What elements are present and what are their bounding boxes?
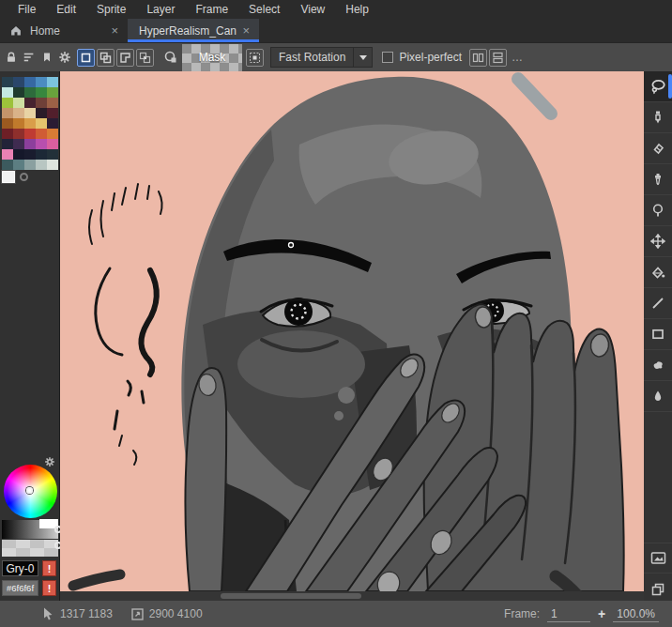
palette-swatch[interactable]	[36, 129, 47, 139]
palette-swatch[interactable]	[47, 77, 58, 87]
menu-file[interactable]: File	[8, 0, 46, 19]
palette-swatch[interactable]	[24, 149, 36, 160]
rotation-algorithm-arrow-button[interactable]	[354, 47, 373, 68]
palette-swatch[interactable]	[47, 139, 58, 149]
hex-warning-button[interactable]: !	[42, 580, 56, 596]
palette-lock-button[interactable]	[3, 48, 19, 67]
palette-swatch[interactable]	[13, 149, 24, 160]
color-wheel-options-button[interactable]	[44, 456, 55, 467]
palette-swatch[interactable]	[24, 108, 36, 118]
foreground-hex-box[interactable]: #6f6f6f	[2, 580, 38, 596]
palette-warning-button[interactable]: !	[42, 560, 56, 576]
pencil-tool-button[interactable]	[644, 102, 672, 133]
horizontal-scrollbar-thumb[interactable]	[221, 593, 361, 599]
palette-selected-swatch[interactable]	[2, 171, 15, 183]
palette-swatch[interactable]	[36, 108, 47, 118]
pixel-perfect-checkbox[interactable]	[382, 52, 393, 63]
palette-options-button[interactable]	[56, 48, 72, 67]
selection-mode-intersect-button[interactable]	[136, 49, 154, 67]
rectangle-tool-button[interactable]	[644, 319, 672, 350]
palette-swatch[interactable]	[13, 108, 24, 118]
palette-swatch[interactable]	[36, 77, 47, 87]
sprite-canvas[interactable]	[60, 71, 644, 591]
horizontal-scrollbar[interactable]	[60, 591, 644, 601]
tiles-mode-button[interactable]	[246, 49, 264, 67]
close-icon[interactable]: ×	[242, 23, 250, 38]
palette-swatch[interactable]	[47, 118, 58, 129]
palette-swatch[interactable]	[13, 160, 24, 170]
add-frame-button[interactable]: +	[598, 606, 605, 621]
tab-home[interactable]: Home ×	[0, 19, 128, 42]
menu-help[interactable]: Help	[335, 0, 379, 19]
close-icon[interactable]: ×	[111, 23, 118, 38]
menu-view[interactable]: View	[290, 0, 335, 19]
color-wheel-selector[interactable]	[26, 487, 33, 494]
selection-mode-replace-button[interactable]	[77, 49, 95, 67]
menu-sprite[interactable]: Sprite	[86, 0, 136, 19]
palette-swatch[interactable]	[36, 160, 47, 170]
palette-swatch[interactable]	[2, 160, 13, 170]
eraser-tool-button[interactable]	[644, 133, 672, 164]
palette-swatch[interactable]	[47, 129, 58, 139]
contour-tool-button[interactable]	[644, 350, 672, 381]
palette-swatch[interactable]	[47, 149, 58, 160]
toolbar-overflow-button[interactable]: …	[512, 51, 524, 64]
palette-swatch[interactable]	[13, 129, 24, 139]
palette-swatch[interactable]	[13, 77, 24, 87]
value-slider[interactable]	[2, 520, 58, 539]
palette-swatch[interactable]	[2, 77, 13, 87]
blur-tool-button[interactable]	[644, 381, 672, 412]
move-tool-button[interactable]	[644, 226, 672, 257]
palette-swatch[interactable]	[2, 118, 13, 129]
color-wheel[interactable]	[4, 465, 57, 518]
palette-swatch[interactable]	[36, 98, 47, 108]
palette-swatch[interactable]	[47, 98, 58, 108]
palette-swatch[interactable]	[24, 160, 36, 170]
foreground-color-name[interactable]: Gry-0	[2, 560, 38, 576]
palette-swatch[interactable]	[13, 118, 24, 129]
palette-swatch[interactable]	[2, 87, 13, 98]
zoom-level-field[interactable]: 100.0%	[613, 606, 659, 622]
menu-edit[interactable]: Edit	[46, 0, 86, 19]
palette-swatch[interactable]	[13, 87, 24, 98]
palette-swatch[interactable]	[47, 160, 58, 170]
line-tool-button[interactable]	[644, 288, 672, 319]
selection-mode-subtract-button[interactable]	[116, 49, 134, 67]
palette-swatch[interactable]	[2, 129, 13, 139]
rotate-handles-button[interactable]	[162, 48, 178, 67]
palette-swatch[interactable]	[36, 139, 47, 149]
vertical-symmetry-button[interactable]	[469, 49, 487, 67]
palette-swatch[interactable]	[24, 129, 36, 139]
palette-swatch[interactable]	[47, 87, 58, 98]
menu-select[interactable]: Select	[238, 0, 290, 19]
palette-swatch[interactable]	[24, 139, 36, 149]
palette-presets-button[interactable]	[38, 48, 54, 67]
palette-swatch[interactable]	[47, 108, 58, 118]
menu-frame[interactable]: Frame	[185, 0, 238, 19]
palette-swatch[interactable]	[24, 118, 36, 129]
eyedropper-tool-button[interactable]	[644, 164, 672, 195]
palette-swatch[interactable]	[2, 149, 13, 160]
palette-swatch[interactable]	[36, 149, 47, 160]
paint-bucket-tool-button[interactable]	[644, 257, 672, 288]
zoom-tool-button[interactable]	[644, 195, 672, 226]
transparent-color-swatch[interactable]	[20, 173, 28, 181]
menu-layer[interactable]: Layer	[136, 0, 185, 19]
palette-swatch[interactable]	[36, 118, 47, 129]
palette-swatch[interactable]	[24, 98, 36, 108]
selection-mode-add-button[interactable]	[97, 49, 115, 67]
palette-swatch[interactable]	[13, 139, 24, 149]
horizontal-symmetry-button[interactable]	[489, 49, 507, 67]
shade-slider[interactable]	[2, 540, 58, 557]
tab-active-sprite[interactable]: HyperRealism_Canv ×	[128, 19, 259, 42]
palette-swatch[interactable]	[2, 139, 13, 149]
frame-number-field[interactable]: 1	[547, 606, 590, 622]
preview-window-button[interactable]	[644, 543, 672, 573]
palette-swatch[interactable]	[13, 98, 24, 108]
palette-swatch[interactable]	[24, 87, 36, 98]
transparent-color-button[interactable]: Mask	[182, 44, 242, 71]
palette-swatch[interactable]	[36, 87, 47, 98]
palette-sort-button[interactable]	[21, 48, 37, 67]
palette-swatch[interactable]	[24, 77, 36, 87]
rotation-algorithm-dropdown[interactable]: Fast Rotation	[270, 47, 354, 68]
